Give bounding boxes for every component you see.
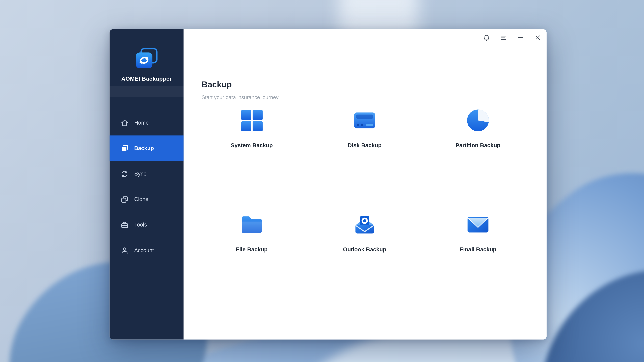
sidebar-item-label: Home (134, 120, 148, 126)
clone-icon (120, 195, 129, 204)
page-subtitle: Start your data insurance journey (202, 94, 278, 100)
option-disk-backup[interactable]: Disk Backup (319, 104, 411, 152)
option-label: Disk Backup (319, 142, 411, 148)
option-email-backup[interactable]: Email Backup (432, 208, 524, 257)
option-file-backup[interactable]: File Backup (206, 208, 298, 257)
sync-icon (120, 170, 129, 178)
sidebar: AOMEI Backupper Home (110, 29, 184, 340)
file-backup-icon (240, 213, 264, 236)
option-outlook-backup[interactable]: Outlook Backup (319, 208, 411, 257)
sidebar-item-sync[interactable]: Sync (110, 161, 184, 186)
tools-icon (120, 220, 129, 229)
sidebar-item-label: Tools (134, 222, 147, 228)
titlebar-actions (480, 32, 544, 44)
sidebar-nav: Home Backup (110, 110, 184, 263)
brand-sheen (110, 86, 184, 96)
desktop: AOMEI Backupper Home (0, 0, 644, 362)
option-label: System Backup (206, 142, 298, 148)
system-backup-icon (240, 109, 264, 132)
sidebar-item-label: Sync (134, 170, 146, 177)
main-panel: Backup Start your data insurance journey… (184, 29, 546, 340)
home-icon (120, 118, 129, 127)
outlook-backup-icon (353, 213, 376, 236)
option-partition-backup[interactable]: Partition Backup (432, 104, 524, 152)
partition-backup-icon (466, 109, 490, 132)
option-system-backup[interactable]: System Backup (206, 104, 298, 152)
option-label: Email Backup (432, 246, 524, 252)
sidebar-item-account[interactable]: Account (110, 238, 184, 263)
sidebar-item-backup[interactable]: Backup (110, 136, 184, 161)
email-backup-icon (466, 213, 490, 236)
page-title: Backup (202, 80, 232, 89)
option-label: Partition Backup (432, 142, 524, 148)
sidebar-item-clone[interactable]: Clone (110, 186, 184, 212)
option-label: File Backup (206, 246, 298, 252)
sidebar-item-home[interactable]: Home (110, 110, 184, 136)
app-logo-icon (134, 48, 158, 70)
disk-backup-icon (353, 109, 376, 132)
sidebar-item-label: Account (134, 247, 154, 253)
option-label: Outlook Backup (319, 246, 411, 252)
sidebar-item-label: Clone (134, 196, 148, 202)
sidebar-item-tools[interactable]: Tools (110, 212, 184, 238)
sidebar-item-label: Backup (134, 145, 154, 151)
menu-icon[interactable] (498, 32, 509, 44)
minimize-icon[interactable] (515, 32, 526, 44)
backup-icon (120, 144, 129, 152)
app-window: AOMEI Backupper Home (110, 29, 546, 340)
close-icon[interactable] (532, 32, 544, 44)
notification-bell-icon[interactable] (480, 32, 492, 44)
app-brand-name: AOMEI Backupper (110, 76, 184, 82)
account-icon (120, 246, 129, 254)
